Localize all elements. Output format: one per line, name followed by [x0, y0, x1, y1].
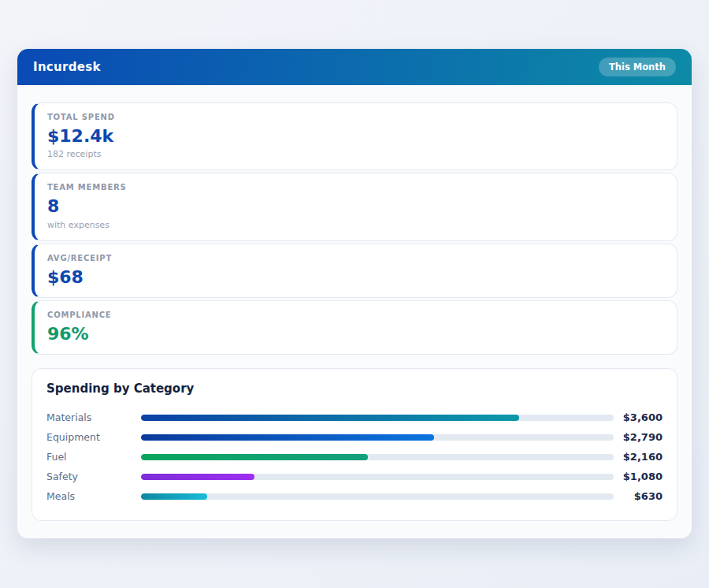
bar-category-label: Fuel [46, 451, 141, 463]
stat-value: 8 [47, 196, 664, 216]
stat-label: TEAM MEMBERS [47, 183, 664, 192]
stat-value: 96% [47, 324, 664, 344]
bar-value-label: $3,600 [614, 411, 663, 423]
bar-value-label: $630 [614, 490, 663, 502]
stat-card: COMPLIANCE 96% [32, 300, 677, 355]
bar-row: Meals $630 [46, 486, 663, 506]
bar-track [141, 434, 614, 441]
spending-chart-card: Spending by Category Materials $3,600 Eq… [32, 368, 677, 521]
bar-category-label: Equipment [46, 431, 141, 443]
stat-card: TOTAL SPEND $12.4k 182 receipts [32, 102, 677, 170]
bar-track [141, 454, 614, 460]
stat-sub: with expenses [47, 220, 664, 230]
app-header: Incurdesk This Month [17, 49, 692, 85]
bar-row: Safety $1,080 [46, 467, 663, 486]
stat-card: TEAM MEMBERS 8 with expenses [32, 173, 677, 240]
bar-category-label: Materials [46, 411, 141, 423]
stat-value: $12.4k [47, 126, 664, 146]
bar-row: Fuel $2,160 [46, 447, 663, 467]
bar-category-label: Safety [46, 471, 141, 482]
stat-label: TOTAL SPEND [47, 113, 664, 121]
bar-value-label: $2,790 [614, 431, 663, 443]
app-body: TOTAL SPEND $12.4k 182 receipts TEAM MEM… [17, 85, 692, 538]
bar-value-label: $1,080 [614, 471, 663, 482]
bar-track [141, 474, 614, 480]
stat-value: $68 [47, 267, 664, 287]
bar-category-label: Meals [46, 490, 141, 502]
stat-card: AVG/RECEIPT $68 [32, 244, 677, 298]
bar-fill [141, 493, 207, 500]
bar-row: Materials $3,600 [46, 408, 663, 427]
app-card: Incurdesk This Month TOTAL SPEND $12.4k … [17, 49, 692, 538]
period-badge[interactable]: This Month [599, 58, 676, 76]
chart-title: Spending by Category [46, 381, 663, 396]
stat-sub: 182 receipts [47, 149, 664, 159]
stat-label: COMPLIANCE [47, 311, 664, 319]
bar-track [141, 415, 614, 421]
bar-row: Equipment $2,790 [46, 427, 663, 447]
bar-fill [141, 415, 519, 421]
bar-value-label: $2,160 [614, 451, 663, 463]
bar-fill [141, 454, 368, 460]
bar-fill [141, 474, 254, 480]
stats-list: TOTAL SPEND $12.4k 182 receipts TEAM MEM… [32, 102, 677, 355]
bar-track [141, 493, 614, 500]
app-title: Incurdesk [33, 60, 101, 74]
chart-bars: Materials $3,600 Equipment $2,790 Fuel $… [46, 408, 663, 506]
bar-fill [141, 434, 434, 441]
stat-label: AVG/RECEIPT [47, 254, 664, 262]
